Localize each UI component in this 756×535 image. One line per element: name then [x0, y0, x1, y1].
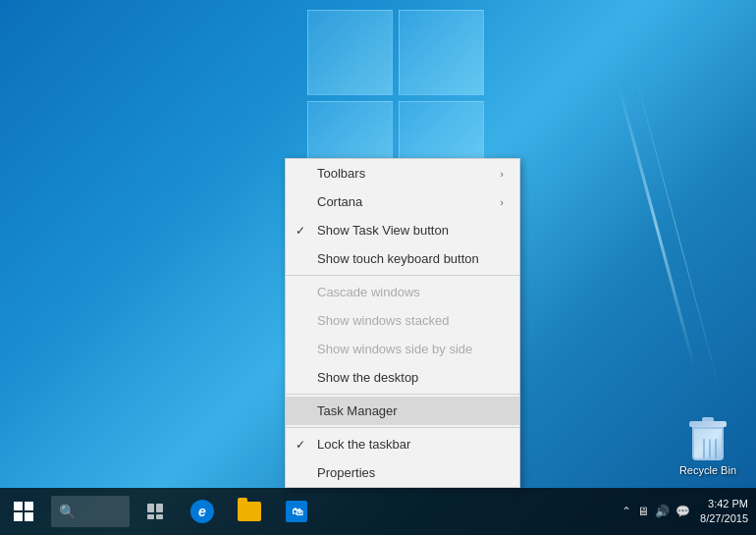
volume-icon[interactable]: 🔊	[655, 505, 670, 518]
menu-item-toolbars[interactable]: Toolbars ›	[286, 159, 519, 187]
light-streak-2	[632, 65, 723, 397]
menu-item-toolbars-label: Toolbars	[317, 166, 500, 181]
menu-item-lock-taskbar[interactable]: Lock the taskbar	[286, 430, 519, 458]
network-icon[interactable]: ⌃	[621, 505, 631, 518]
file-explorer-button[interactable]	[228, 488, 271, 535]
menu-item-properties-label: Properties	[317, 465, 504, 480]
bin-body	[692, 427, 724, 460]
menu-item-task-manager-label: Task Manager	[317, 403, 504, 418]
taskbar-system-tray: ⌃ 🖥 🔊 💬 3:42 PM 8/27/2015	[621, 497, 756, 527]
menu-item-show-side-by-side: Show windows side by side	[286, 335, 519, 363]
task-view-icon	[146, 503, 164, 520]
start-icon	[14, 502, 33, 521]
win-pane-tl	[307, 10, 393, 95]
win-pane-tr	[399, 10, 484, 95]
menu-item-cortana[interactable]: Cortana ›	[286, 187, 519, 216]
toolbars-arrow-icon: ›	[500, 168, 504, 180]
menu-item-show-side-by-side-label: Show windows side by side	[317, 342, 504, 356]
menu-item-show-desktop-label: Show the desktop	[317, 370, 504, 385]
menu-item-show-stacked-label: Show windows stacked	[317, 313, 504, 328]
menu-item-show-touch-keyboard-label: Show touch keyboard button	[317, 251, 504, 266]
menu-separator-1	[286, 275, 519, 276]
store-icon: 🛍	[286, 501, 307, 522]
task-view-button[interactable]	[134, 488, 177, 535]
svg-rect-3	[156, 514, 163, 519]
edge-icon: e	[190, 500, 214, 523]
svg-rect-1	[156, 504, 163, 512]
menu-item-properties[interactable]: Properties	[286, 458, 519, 487]
svg-rect-0	[147, 504, 154, 512]
message-icon[interactable]: 💬	[675, 505, 690, 518]
recycle-bin-label: Recycle Bin	[679, 464, 736, 476]
light-streak-1	[617, 83, 696, 369]
clock-date: 8/27/2015	[700, 511, 748, 526]
notifications-icon[interactable]: 🖥	[637, 505, 649, 518]
svg-rect-2	[147, 514, 154, 519]
menu-item-cortana-label: Cortana	[317, 194, 500, 209]
menu-item-show-task-view[interactable]: Show Task View button	[286, 216, 519, 244]
taskbar-context-menu: Toolbars › Cortana › Show Task View butt…	[285, 158, 520, 488]
menu-separator-3	[286, 427, 519, 428]
edge-app-button[interactable]: e	[181, 488, 224, 535]
taskbar-pinned-apps: e 🛍	[130, 488, 318, 535]
taskbar-search[interactable]: 🔍	[51, 496, 130, 527]
menu-item-show-task-view-label: Show Task View button	[317, 223, 504, 238]
clock-time: 3:42 PM	[700, 497, 748, 511]
menu-item-show-stacked: Show windows stacked	[286, 306, 519, 335]
store-app-button[interactable]: 🛍	[275, 488, 318, 535]
menu-item-cascade-windows-label: Cascade windows	[317, 285, 504, 299]
menu-item-show-desktop[interactable]: Show the desktop	[286, 363, 519, 392]
cortana-arrow-icon: ›	[500, 196, 504, 208]
menu-item-show-touch-keyboard[interactable]: Show touch keyboard button	[286, 244, 519, 273]
taskbar: 🔍 e 🛍	[0, 488, 756, 535]
start-button[interactable]	[0, 488, 47, 535]
taskbar-clock[interactable]: 3:42 PM 8/27/2015	[700, 497, 748, 527]
menu-item-lock-taskbar-label: Lock the taskbar	[317, 437, 504, 452]
system-icons: ⌃ 🖥 🔊 💬	[621, 505, 696, 518]
menu-item-cascade-windows: Cascade windows	[286, 278, 519, 306]
folder-icon	[238, 502, 261, 521]
menu-item-task-manager[interactable]: Task Manager	[286, 397, 519, 425]
desktop: Recycle Bin Toolbars › Cortana › Show Ta…	[0, 0, 756, 535]
bin-lines	[703, 439, 717, 458]
recycle-bin-icon	[688, 417, 728, 460]
menu-separator-2	[286, 394, 519, 395]
search-icon: 🔍	[59, 504, 76, 519]
recycle-bin[interactable]: Recycle Bin	[679, 417, 736, 476]
